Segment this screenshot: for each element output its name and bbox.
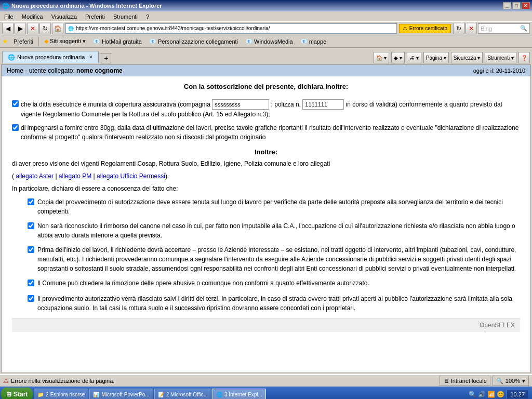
list-item-1: Copia del provvedimento di autorizzazion… — [28, 197, 520, 216]
menu-strumenti[interactable]: Strumenti — [111, 12, 140, 21]
folder-icon: 📁 — [37, 392, 44, 397]
zoom-icon: 🔍 — [496, 378, 503, 384]
list-item-1-text: Copia del provvedimento di autorizzazion… — [37, 197, 520, 216]
toolbar-rss-btn[interactable]: ◆ ▾ — [391, 52, 405, 63]
section-title: Con la sottoscrizione del presente, dich… — [12, 82, 520, 92]
insurance-company-input[interactable] — [212, 99, 269, 110]
tab-bar: 🌐 Nuova procedura ordinaria ✕ + 🏠 ▾ ◆ ▾ … — [0, 48, 532, 63]
window-title: Nuova procedura ordinaria - Windows Inte… — [11, 3, 162, 9]
links-row: ( allegato Aster | allegato PM | allegat… — [12, 171, 520, 181]
fav-siti-suggeriti[interactable]: ◆ Siti suggeriti ▾ — [42, 37, 88, 46]
favorites-star-icon: ★ — [2, 37, 8, 45]
openselex-footer: OpenSELEX — [12, 318, 520, 332]
title-bar-left: 🌐 Nuova procedura ordinaria - Windows In… — [2, 3, 162, 9]
maximize-button[interactable]: □ — [512, 2, 521, 9]
ie-icon: 🌐 — [216, 392, 222, 397]
zone-indicator: 🖥 Intranet locale — [440, 376, 490, 386]
link-allegato-aster[interactable]: allegato Aster — [16, 172, 54, 180]
cert-error-badge: ⚠ Errore certificato — [399, 24, 451, 33]
clock: 10.27 — [507, 390, 528, 398]
back-button[interactable]: ◀ — [2, 23, 14, 34]
list-checkbox-1[interactable] — [28, 198, 34, 205]
list-item-4: Il Comune può chiedere la rimozione dell… — [28, 278, 520, 289]
fav-mappe[interactable]: 📧 mappe — [298, 37, 329, 46]
link-allegato-ufficio[interactable]: allegato Ufficio Permessi — [97, 172, 165, 180]
start-button[interactable]: ⊞ Start — [1, 388, 33, 399]
address-bar[interactable]: 🌐 https://vm-monicatest.comune.genova.it… — [65, 23, 397, 34]
list-item-3-text: Prima dell'inizio dei lavori, il richied… — [37, 245, 520, 273]
taskbar-btn-office[interactable]: 📝 2 Microsoft Offic... — [154, 389, 211, 399]
zone-text: Intranet locale — [451, 378, 487, 384]
list-checkbox-3[interactable] — [28, 246, 34, 253]
insurance-policy-input[interactable] — [302, 99, 344, 110]
list-checkbox-2[interactable] — [28, 222, 34, 229]
stop-button[interactable]: ✕ — [27, 23, 38, 34]
fav-divider-1 — [38, 37, 39, 46]
refresh-btn2[interactable]: ↻ — [453, 23, 464, 34]
fav-hotmail[interactable]: 📧 HotMail gratuita — [91, 37, 144, 46]
home-button[interactable]: 🏠 — [52, 23, 63, 34]
minimize-button[interactable]: _ — [503, 2, 511, 9]
list-checkbox-4[interactable] — [28, 280, 34, 286]
toolbar-security-btn[interactable]: Sicurezza ▾ — [451, 52, 483, 63]
list-item-5-text: Il provvedimento autorizzativo verrà ril… — [37, 294, 520, 313]
inoltre-title: Inoltre: — [12, 147, 520, 157]
forward-button[interactable]: ▶ — [15, 23, 26, 34]
toolbar-tools-btn[interactable]: Strumenti ▾ — [485, 52, 516, 63]
commitment-row: di impegnarsi a fornire entro 30gg. dall… — [12, 123, 520, 142]
username: nome cognome — [76, 67, 123, 74]
list-item-2: Non sarà riconosciuto il rimborso del ca… — [28, 221, 520, 240]
windowsmedia-icon: 📧 — [245, 38, 252, 45]
nav-stop-btn[interactable]: ✕ — [466, 23, 477, 34]
zone-icon: 🖥 — [443, 378, 449, 384]
close-button[interactable]: ✕ — [522, 2, 530, 9]
taskbar-btn-esplora[interactable]: 📁 2 Esplora risorse — [34, 389, 88, 399]
search-bar[interactable]: Bing 🔍 — [478, 23, 530, 34]
taskbar-btn-ie[interactable]: 🌐 3 Internet Expl... — [212, 389, 266, 399]
favorites-bar: ★ Preferiti ◆ Siti suggeriti ▾ 📧 HotMail… — [0, 35, 532, 48]
favorites-label[interactable]: Preferiti — [11, 37, 35, 46]
menu-visualizza[interactable]: Visualizza — [49, 12, 79, 21]
tab-close-icon[interactable]: ✕ — [89, 55, 93, 60]
date-display: oggi è il: 20-11-2010 — [473, 68, 525, 74]
title-bar: 🌐 Nuova procedura ordinaria - Windows In… — [0, 0, 532, 11]
breadcrumb-text: Home - utente collegato: — [7, 67, 75, 74]
fav-windowsmedia[interactable]: 📧 WindowsMedia — [243, 37, 295, 46]
status-error-icon: ⚠ — [3, 377, 9, 384]
cert-error-icon: ⚠ — [403, 25, 407, 31]
list-item-4-text: Il Comune può chiedere la rimozione dell… — [37, 278, 369, 288]
toolbar-home-btn[interactable]: 🏠 ▾ — [374, 52, 389, 63]
toolbar-print-btn[interactable]: 🖨 ▾ — [407, 52, 421, 63]
link-allegato-pm[interactable]: allegato PM — [59, 172, 91, 180]
status-left: ⚠ Errore nella visualizzazione della pag… — [0, 377, 436, 384]
menu-bar: File Modifica Visualizza Preferiti Strum… — [0, 11, 532, 22]
insurance-text: che la ditta esecutrice è munita di cope… — [21, 99, 520, 119]
tray-search-icon: 🔍 — [469, 391, 476, 398]
inoltre-text: di aver preso visione dei vigenti Regola… — [12, 159, 520, 168]
refresh-button[interactable]: ↻ — [39, 23, 51, 34]
fav-personalizzazione[interactable]: 📧 Personalizzazione collegamenti — [147, 37, 240, 46]
taskbar: ⊞ Start 📁 2 Esplora risorse 📊 Microsoft … — [0, 387, 532, 399]
menu-file[interactable]: File — [2, 12, 16, 21]
list-item-5: Il provvedimento autorizzativo verrà ril… — [28, 294, 520, 313]
zoom-text: 100% — [506, 378, 520, 384]
commitment-checkbox[interactable] — [12, 124, 19, 131]
toolbar-help-btn[interactable]: ❓ — [518, 52, 530, 63]
ppt-icon: 📊 — [93, 392, 99, 397]
insurance-checkbox[interactable] — [12, 100, 19, 107]
menu-modifica[interactable]: Modifica — [20, 12, 45, 21]
page-body: Con la sottoscrizione del presente, dich… — [2, 76, 530, 337]
new-tab-button[interactable]: + — [101, 53, 111, 63]
search-icon[interactable]: 🔍 — [520, 25, 527, 32]
list-checkbox-5[interactable] — [28, 295, 34, 302]
breadcrumb: Home - utente collegato: nome cognome — [7, 67, 123, 74]
tab-active[interactable]: 🌐 Nuova procedura ordinaria ✕ — [2, 51, 99, 63]
rss-icon: ◆ — [44, 38, 48, 45]
zoom-indicator[interactable]: 🔍 100% ▾ — [493, 376, 529, 386]
menu-preferiti[interactable]: Preferiti — [83, 12, 107, 21]
taskbar-btn-powerpoint[interactable]: 📊 Microsoft PowerPo... — [89, 389, 153, 399]
window-controls: _ □ ✕ — [503, 2, 530, 9]
menu-help[interactable]: ? — [144, 12, 151, 21]
tab-label: Nuova procedura ordinaria — [17, 54, 85, 60]
toolbar-page-btn[interactable]: Pagina ▾ — [423, 52, 449, 63]
